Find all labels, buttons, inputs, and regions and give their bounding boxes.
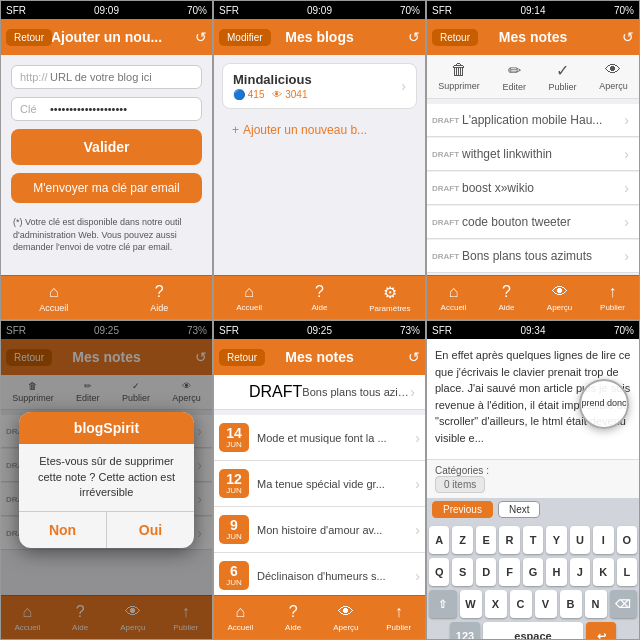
draft-badge-3: DRAFT bbox=[432, 218, 459, 227]
key-a[interactable]: A bbox=[429, 526, 449, 554]
action-publish[interactable]: ✓ Publier bbox=[549, 61, 577, 92]
key-z[interactable]: Z bbox=[452, 526, 472, 554]
key-g[interactable]: G bbox=[523, 558, 543, 586]
dialog-yes-button[interactable]: Oui bbox=[107, 512, 194, 548]
refresh-button-p3[interactable]: ↺ bbox=[622, 29, 634, 45]
tab-bar-p2: ⌂ Accueil ? Aide ⚙ Paramètres bbox=[214, 275, 425, 319]
dchevron-0: › bbox=[415, 430, 420, 446]
add-icon: + bbox=[232, 123, 239, 137]
key-e[interactable]: E bbox=[476, 526, 496, 554]
tab-publier-p3[interactable]: ↑ Publier bbox=[586, 276, 639, 319]
stat-views: 👁 3041 bbox=[272, 89, 307, 100]
key-o[interactable]: O bbox=[617, 526, 637, 554]
next-button[interactable]: Next bbox=[498, 501, 541, 518]
email-key-button[interactable]: M'envoyer ma clé par email bbox=[11, 173, 202, 203]
action-delete[interactable]: 🗑 Supprimer bbox=[438, 61, 480, 92]
key-y[interactable]: Y bbox=[546, 526, 566, 554]
return-key[interactable]: ↩ bbox=[586, 622, 616, 640]
publish-label: Publier bbox=[549, 82, 577, 92]
key-i[interactable]: I bbox=[593, 526, 613, 554]
tab-label-params-p2: Paramètres bbox=[369, 304, 410, 313]
key-b[interactable]: B bbox=[560, 590, 582, 618]
key-w[interactable]: W bbox=[460, 590, 482, 618]
note-item-0[interactable]: DRAFT L'application mobile Hau... › bbox=[427, 104, 639, 137]
shift-key[interactable]: ⇧ bbox=[429, 590, 457, 618]
carrier-p1: SFR bbox=[6, 5, 26, 16]
blog-item-mindalicious[interactable]: Mindalicious 🔵 415 👁 3041 › bbox=[222, 63, 417, 109]
kb-row-4: 123 espace ↩ bbox=[429, 622, 637, 640]
status-bar-p1: SFR 09:09 70% bbox=[1, 1, 212, 19]
tab-aide-p5[interactable]: ? Aide bbox=[267, 596, 320, 639]
key-j[interactable]: J bbox=[570, 558, 590, 586]
key-q[interactable]: Q bbox=[429, 558, 449, 586]
tab-apercu-p5[interactable]: 👁 Aperçu bbox=[320, 596, 373, 639]
url-input[interactable] bbox=[50, 71, 193, 83]
action-edit[interactable]: ✏ Editer bbox=[502, 61, 526, 92]
key-field-row[interactable]: Clé •••••••••••••••••••• bbox=[11, 97, 202, 121]
tab-accueil-p3[interactable]: ⌂ Accueil bbox=[427, 276, 480, 319]
key-k[interactable]: K bbox=[593, 558, 613, 586]
previous-button[interactable]: Previous bbox=[432, 501, 493, 518]
key-x[interactable]: X bbox=[485, 590, 507, 618]
key-l[interactable]: L bbox=[617, 558, 637, 586]
delete-label: Supprimer bbox=[438, 81, 480, 91]
dated-note-0[interactable]: 14 JUN Mode et musique font la ... › bbox=[214, 415, 425, 461]
refresh-button-p5[interactable]: ↺ bbox=[408, 349, 420, 365]
url-field-row[interactable]: http:// bbox=[11, 65, 202, 89]
dtitle-3: Déclinaison d'humeurs s... bbox=[257, 570, 407, 582]
action-preview[interactable]: 👁 Aperçu bbox=[599, 61, 628, 92]
dialog-no-button[interactable]: Non bbox=[19, 512, 107, 548]
tab-aide-p1[interactable]: ? Aide bbox=[107, 276, 213, 319]
tab-accueil-p1[interactable]: ⌂ Accueil bbox=[1, 276, 107, 319]
back-button-p1[interactable]: Retour bbox=[6, 29, 52, 46]
key-h[interactable]: H bbox=[546, 558, 566, 586]
dated-note-1[interactable]: 12 JUN Ma tenue spécial vide gr... › bbox=[214, 461, 425, 507]
back-button-p3[interactable]: Retour bbox=[432, 29, 478, 46]
tab-bar-p3: ⌂ Accueil ? Aide 👁 Aperçu ↑ Publier bbox=[427, 275, 639, 319]
space-key[interactable]: espace bbox=[483, 622, 583, 640]
prev-next-bar: Previous Next bbox=[427, 498, 639, 521]
nav-bar-p2: Modifier Mes blogs ↺ bbox=[214, 19, 425, 55]
dated-note-3[interactable]: 6 JUN Déclinaison d'humeurs s... › bbox=[214, 553, 425, 599]
modify-button-p2[interactable]: Modifier bbox=[219, 29, 271, 46]
refresh-button-p1[interactable]: ↺ bbox=[195, 29, 207, 45]
tab-accueil-p2[interactable]: ⌂ Accueil bbox=[214, 276, 284, 319]
date-badge-1: 12 JUN bbox=[219, 469, 249, 498]
tab-apercu-p3[interactable]: 👁 Aperçu bbox=[533, 276, 586, 319]
dated-note-2[interactable]: 9 JUN Mon histoire d'amour av... › bbox=[214, 507, 425, 553]
top-note-p5[interactable]: DRAFT Bons plans tous azimuts › bbox=[214, 375, 425, 410]
time-p5: 09:25 bbox=[307, 325, 332, 336]
refresh-button-p2[interactable]: ↺ bbox=[408, 29, 420, 45]
note-item-4[interactable]: DRAFT Bons plans tous azimuts › bbox=[427, 240, 639, 273]
status-bar-p6: SFR 09:34 70% bbox=[427, 321, 639, 339]
key-n[interactable]: N bbox=[585, 590, 607, 618]
tab-params-p2[interactable]: ⚙ Paramètres bbox=[355, 276, 425, 319]
editor-text-area[interactable]: En effet après quelques lignes de lire c… bbox=[427, 339, 639, 459]
key-v[interactable]: V bbox=[535, 590, 557, 618]
key-r[interactable]: R bbox=[499, 526, 519, 554]
battery-p1: 70% bbox=[187, 5, 207, 16]
tab-accueil-p5[interactable]: ⌂ Accueil bbox=[214, 596, 267, 639]
day-1: 12 bbox=[224, 472, 244, 486]
stat-posts: 🔵 415 bbox=[233, 89, 264, 100]
note-item-2[interactable]: DRAFT boost x»wikio › bbox=[427, 172, 639, 205]
key-u[interactable]: U bbox=[570, 526, 590, 554]
date-badge-0: 14 JUN bbox=[219, 423, 249, 452]
key-s[interactable]: S bbox=[452, 558, 472, 586]
key-f[interactable]: F bbox=[499, 558, 519, 586]
key-c[interactable]: C bbox=[510, 590, 532, 618]
tab-aide-p3[interactable]: ? Aide bbox=[480, 276, 533, 319]
note-item-3[interactable]: DRAFT code bouton tweeter › bbox=[427, 206, 639, 239]
add-blog-button[interactable]: + Ajouter un nouveau b... bbox=[222, 117, 377, 143]
note-item-1[interactable]: DRAFT withget linkwithin › bbox=[427, 138, 639, 171]
validate-button[interactable]: Valider bbox=[11, 129, 202, 165]
delete-key[interactable]: ⌫ bbox=[610, 590, 638, 618]
tab-publier-p5[interactable]: ↑ Publier bbox=[372, 596, 425, 639]
back-button-p5[interactable]: Retour bbox=[219, 349, 265, 366]
key-t[interactable]: T bbox=[523, 526, 543, 554]
num-key[interactable]: 123 bbox=[450, 622, 480, 640]
categories-bar: Catégories : 0 items bbox=[427, 459, 639, 498]
tab-bar-p1: ⌂ Accueil ? Aide bbox=[1, 275, 212, 319]
tab-aide-p2[interactable]: ? Aide bbox=[284, 276, 354, 319]
key-d[interactable]: D bbox=[476, 558, 496, 586]
